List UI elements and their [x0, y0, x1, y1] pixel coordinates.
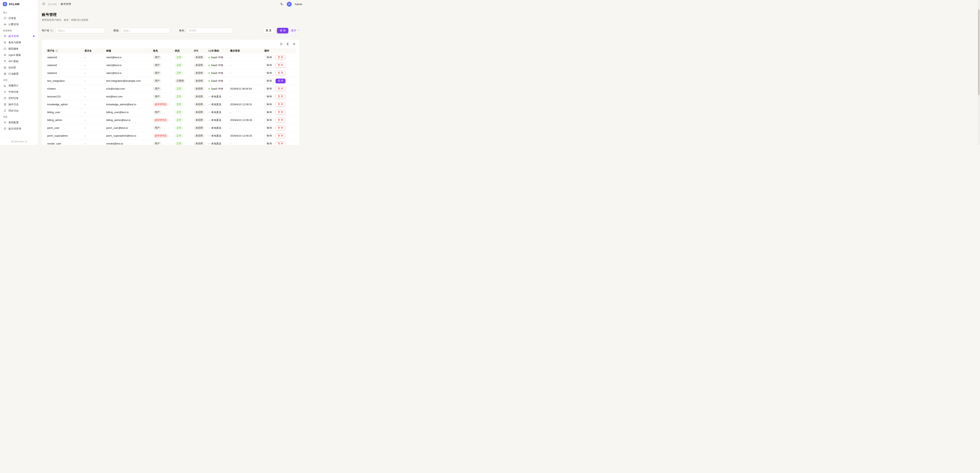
- table-row: e2etest-e2e@zclaw.com用户正常未启用SaaS 中转2026/…: [45, 85, 296, 93]
- help-icon[interactable]: ?: [50, 29, 53, 32]
- table-row: ratetest3-rate3@test.io用户正常未启用SaaS 中转-编 …: [45, 54, 296, 61]
- username-input[interactable]: [56, 28, 105, 33]
- status-badge: 正常: [175, 55, 183, 60]
- sidebar-item[interactable]: 行业配置: [2, 71, 36, 77]
- edit-button[interactable]: 编 辑: [264, 118, 274, 123]
- disable-button[interactable]: 禁 用: [275, 102, 285, 107]
- sidebar-item[interactable]: 同步日志: [2, 108, 36, 114]
- actions-cell: 编 辑禁 用: [262, 124, 296, 132]
- disable-button[interactable]: 禁 用: [275, 71, 285, 75]
- disable-button[interactable]: 禁 用: [275, 110, 285, 115]
- llm-route-cell: 本地直连: [206, 93, 228, 100]
- status-badge: 已禁用: [175, 79, 185, 83]
- edit-button[interactable]: 编 辑: [264, 86, 274, 91]
- username-cell: perm_user: [45, 124, 82, 132]
- refresh-icon: [280, 43, 283, 46]
- role-badge: 超级管理员: [153, 134, 169, 138]
- edit-button[interactable]: 编 辑: [264, 141, 274, 145]
- edit-button[interactable]: 编 辑: [264, 55, 274, 60]
- column-header: 2FA: [191, 48, 206, 54]
- refresh-button[interactable]: [280, 43, 283, 46]
- sidebar-item[interactable]: 操作日志: [2, 101, 36, 107]
- sidebar-item[interactable]: 账号管理: [2, 33, 36, 39]
- actions-cell: 编 辑禁 用: [262, 116, 296, 124]
- edit-button[interactable]: 编 辑: [264, 63, 274, 68]
- edit-button[interactable]: 编 辑: [264, 102, 274, 107]
- last-login-cell: -: [228, 69, 262, 77]
- settings-button[interactable]: [293, 43, 296, 46]
- sidebar-item-label: API 密钥: [8, 60, 18, 63]
- sidebar-collapse-button[interactable]: [42, 2, 45, 6]
- role-select[interactable]: 请选择: [186, 28, 233, 33]
- edit-button[interactable]: 编 辑: [264, 134, 274, 138]
- route-dot-icon: [208, 88, 210, 89]
- disable-button[interactable]: 禁 用: [275, 55, 285, 60]
- expand-toggle[interactable]: 展开: [291, 29, 299, 32]
- email-input[interactable]: [121, 28, 170, 33]
- sidebar-item[interactable]: 模型服务: [2, 46, 36, 52]
- username-cell: test_integration: [45, 77, 82, 85]
- role-cell: 用户: [151, 140, 172, 145]
- email-cell: rate1@test.io: [104, 69, 151, 77]
- last-login-cell: -: [228, 93, 262, 100]
- filter-role: 角色 : 请选择: [179, 28, 233, 33]
- sidebar-item[interactable]: 中转任务: [2, 89, 36, 95]
- sidebar: Z ZCLAW 核心仪表盘计费管理资源管理账号管理角色与权限模型服务Agent …: [0, 0, 38, 145]
- sidebar-item[interactable]: Agent 模板: [2, 52, 36, 58]
- disable-button[interactable]: 禁 用: [275, 134, 285, 138]
- role-badge: 用户: [153, 126, 161, 130]
- row-height-button[interactable]: [286, 43, 289, 46]
- last-login-cell: 2026/4/10 12:09:25: [228, 132, 262, 140]
- edit-button[interactable]: 编 辑: [264, 79, 274, 83]
- route-dot-icon: [208, 104, 210, 105]
- sidebar-item[interactable]: 提示词管理: [2, 126, 36, 132]
- twofa-cell: 未启用: [191, 140, 206, 145]
- username-cell: ratetest3: [45, 54, 82, 61]
- disable-button[interactable]: 禁 用: [275, 126, 285, 131]
- disable-button[interactable]: 禁 用: [275, 118, 285, 123]
- sidebar-item[interactable]: 定时任务: [2, 95, 36, 101]
- info-icon[interactable]: i: [56, 49, 58, 52]
- reset-button[interactable]: 重 置: [263, 28, 274, 33]
- table-row: ratetest2-rate2@test.io用户正常未启用SaaS 中转-编 …: [45, 61, 296, 69]
- edit-button[interactable]: 编 辑: [264, 71, 274, 75]
- edit-button[interactable]: 编 辑: [264, 126, 274, 131]
- sidebar-item[interactable]: API 密钥: [2, 58, 36, 64]
- sidebar-item[interactable]: 知识库: [2, 64, 36, 70]
- llm-route-cell: 本地直连: [206, 108, 228, 116]
- role-cell: 用户: [151, 77, 172, 85]
- crown-icon: [3, 23, 6, 26]
- label-colon: :: [119, 29, 119, 32]
- disable-button[interactable]: 禁 用: [275, 63, 285, 68]
- theme-toggle-button[interactable]: [280, 2, 283, 6]
- avatar[interactable]: A: [287, 2, 292, 7]
- sidebar-item-label: Agent 模板: [8, 53, 21, 57]
- role-cell: 用户: [151, 61, 172, 69]
- disable-button[interactable]: 禁 用: [275, 141, 285, 145]
- edit-button[interactable]: 编 辑: [264, 110, 274, 115]
- username-cell: e2etest: [45, 85, 82, 92]
- query-button[interactable]: 查 询: [277, 28, 288, 33]
- moon-icon: [280, 2, 283, 5]
- disable-button[interactable]: 禁 用: [275, 94, 285, 99]
- disable-button[interactable]: 禁 用: [275, 86, 285, 91]
- edit-button[interactable]: 编 辑: [264, 94, 274, 99]
- breadcrumb-root[interactable]: ZCLAW: [48, 3, 57, 6]
- status-cell: 正常: [172, 54, 191, 61]
- llm-route-cell: 本地直连: [206, 124, 228, 132]
- twofa-cell: 未启用: [191, 61, 206, 69]
- enable-button[interactable]: 启 用: [275, 79, 285, 83]
- sidebar-item[interactable]: 用量统计: [2, 83, 36, 89]
- column-header: LLM 路由: [206, 48, 228, 54]
- user-name[interactable]: Admin: [295, 3, 302, 6]
- sidebar-item[interactable]: 计费管理: [2, 21, 36, 27]
- status-badge: 正常: [175, 87, 183, 91]
- sidebar-item[interactable]: 角色与权限: [2, 40, 36, 46]
- llm-route-cell: 本地直连: [206, 140, 228, 145]
- last-login-cell: 2026/4/10 12:09:28: [228, 116, 262, 124]
- sidebar-item[interactable]: 仪表盘: [2, 15, 36, 21]
- llm-route-cell: SaaS 中转: [206, 77, 228, 85]
- chevron-down-icon: [228, 29, 231, 32]
- email-cell: perm_superadmin@test.io: [104, 132, 151, 140]
- sidebar-item[interactable]: 系统配置: [2, 119, 36, 126]
